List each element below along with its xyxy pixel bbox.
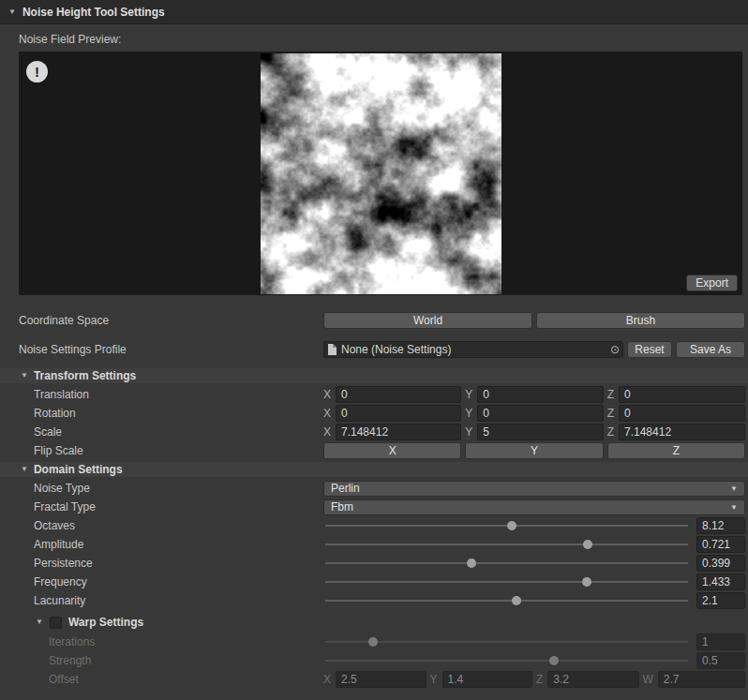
lacunarity-slider-handle[interactable]: [512, 596, 521, 605]
flip-z-button[interactable]: Z: [607, 442, 745, 459]
iterations-row: Iterations 1: [0, 633, 748, 650]
scale-y-field[interactable]: 5: [477, 424, 603, 440]
octaves-value-field[interactable]: 8.12: [696, 517, 745, 534]
rotation-y-field[interactable]: 0: [477, 405, 603, 422]
persistence-slider[interactable]: [323, 555, 690, 572]
object-picker-icon[interactable]: ⊙: [610, 344, 620, 355]
translation-x-field[interactable]: 0: [336, 386, 461, 403]
frequency-row: Frequency 1.433: [0, 573, 748, 590]
warp-settings-checkbox[interactable]: [50, 617, 62, 629]
offset-w-field: 2.7: [658, 671, 745, 688]
slider-track: [325, 544, 688, 545]
slider-track: [325, 562, 688, 564]
world-button[interactable]: World: [323, 312, 532, 329]
offset-z-field: 3.2: [547, 671, 638, 688]
fractal-type-dropdown[interactable]: Fbm ▼: [323, 499, 745, 515]
iterations-label: Iterations: [0, 635, 323, 648]
noise-type-value: Perlin: [331, 482, 360, 495]
foldout-icon[interactable]: ▼: [21, 372, 28, 380]
lacunarity-label: Lacunarity: [0, 594, 323, 607]
strength-label: Strength: [0, 654, 323, 667]
persistence-label: Persistence: [0, 557, 323, 570]
offset-label: Offset: [0, 673, 323, 686]
iterations-slider-handle: [368, 637, 378, 647]
axis-y-label: Y: [465, 425, 472, 439]
noise-type-row: Noise Type Perlin ▼: [0, 480, 748, 497]
offset-row: Offset X 2.5 Y 1.4 Z 3.2 W 2.7: [0, 671, 748, 688]
slider-track: [325, 641, 688, 643]
offset-x-field: 2.5: [336, 671, 426, 688]
foldout-icon[interactable]: ▼: [36, 618, 43, 626]
scale-row: Scale X 7.148412 Y 5 Z 7.148412: [0, 424, 748, 440]
warp-settings-header[interactable]: ▼ Warp Settings: [0, 615, 748, 630]
translation-z-field[interactable]: 0: [619, 386, 745, 403]
coordinate-space-label: Coordinate Space: [0, 314, 323, 327]
fractal-type-label: Fractal Type: [0, 500, 323, 514]
axis-y-label: Y: [465, 388, 472, 401]
rotation-x-field[interactable]: 0: [336, 405, 461, 422]
strength-slider: [323, 652, 690, 669]
flip-x-button[interactable]: X: [323, 442, 461, 459]
domain-settings-header[interactable]: ▼ Domain Settings: [0, 462, 748, 477]
amplitude-row: Amplitude 0.721: [0, 536, 748, 553]
foldout-icon[interactable]: ▼: [21, 466, 28, 473]
octaves-row: Octaves 8.12: [0, 517, 748, 534]
noise-settings-object-field[interactable]: None (Noise Settings) ⊙: [323, 341, 623, 358]
frequency-value-field[interactable]: 1.433: [696, 573, 745, 590]
lacunarity-slider[interactable]: [323, 592, 690, 609]
scale-z-field[interactable]: 7.148412: [619, 424, 745, 440]
octaves-slider-handle[interactable]: [507, 521, 516, 530]
axis-z-label: Z: [607, 425, 614, 439]
persistence-value-field[interactable]: 0.399: [696, 555, 745, 572]
preview-label: Noise Field Preview:: [19, 33, 748, 47]
page-title: Noise Height Tool Settings: [22, 6, 165, 19]
axis-x-label: X: [323, 425, 331, 439]
amplitude-slider[interactable]: [323, 536, 690, 553]
save-as-button[interactable]: Save As: [676, 341, 745, 358]
export-button[interactable]: Export: [686, 275, 738, 291]
noise-type-dropdown[interactable]: Perlin ▼: [323, 481, 745, 497]
iterations-value-field: 1: [696, 633, 745, 650]
noise-height-tool-window: ▼ Noise Height Tool Settings Noise Field…: [0, 0, 748, 688]
fractal-type-value: Fbm: [331, 500, 353, 514]
offset-y-field: 1.4: [442, 671, 532, 688]
scale-x-field[interactable]: 7.148412: [336, 424, 461, 440]
warning-icon: !: [26, 61, 48, 82]
axis-x-label: X: [323, 673, 331, 686]
brush-button[interactable]: Brush: [536, 312, 745, 329]
axis-y-label: Y: [465, 407, 472, 420]
amplitude-value-field[interactable]: 0.721: [696, 536, 745, 553]
axis-x-label: X: [323, 388, 331, 401]
slider-track: [325, 581, 688, 583]
translation-y-field[interactable]: 0: [477, 386, 603, 403]
lacunarity-value-field[interactable]: 2.1: [696, 592, 745, 609]
warning-icon-glyph: !: [35, 64, 39, 80]
transform-settings-header[interactable]: ▼ Transform Settings: [0, 368, 748, 383]
object-field-value: None (Noise Settings): [341, 343, 606, 356]
axis-z-label: Z: [536, 673, 543, 686]
frequency-slider[interactable]: [323, 573, 690, 590]
octaves-slider[interactable]: [323, 517, 690, 534]
iterations-slider: [323, 633, 690, 650]
rotation-z-field[interactable]: 0: [619, 405, 745, 422]
lacunarity-row: Lacunarity 2.1: [0, 592, 748, 609]
rotation-label: Rotation: [0, 407, 323, 420]
tool-settings-header[interactable]: ▼ Noise Height Tool Settings: [0, 0, 748, 24]
axis-z-label: Z: [607, 388, 614, 401]
amplitude-label: Amplitude: [0, 538, 323, 551]
flip-y-button[interactable]: Y: [465, 442, 603, 459]
axis-w-label: W: [643, 673, 653, 686]
translation-row: Translation X 0 Y 0 Z 0: [0, 386, 748, 403]
foldout-icon[interactable]: ▼: [8, 8, 16, 16]
scale-label: Scale: [0, 425, 323, 439]
amplitude-slider-handle[interactable]: [583, 540, 592, 549]
noise-type-label: Noise Type: [0, 482, 323, 495]
axis-x-label: X: [323, 407, 331, 420]
reset-button[interactable]: Reset: [627, 341, 672, 358]
persistence-slider-handle[interactable]: [467, 559, 476, 568]
translation-label: Translation: [0, 388, 323, 401]
octaves-label: Octaves: [0, 519, 323, 532]
frequency-slider-handle[interactable]: [582, 577, 591, 587]
chevron-down-icon: ▼: [730, 503, 738, 512]
persistence-row: Persistence 0.399: [0, 555, 748, 572]
